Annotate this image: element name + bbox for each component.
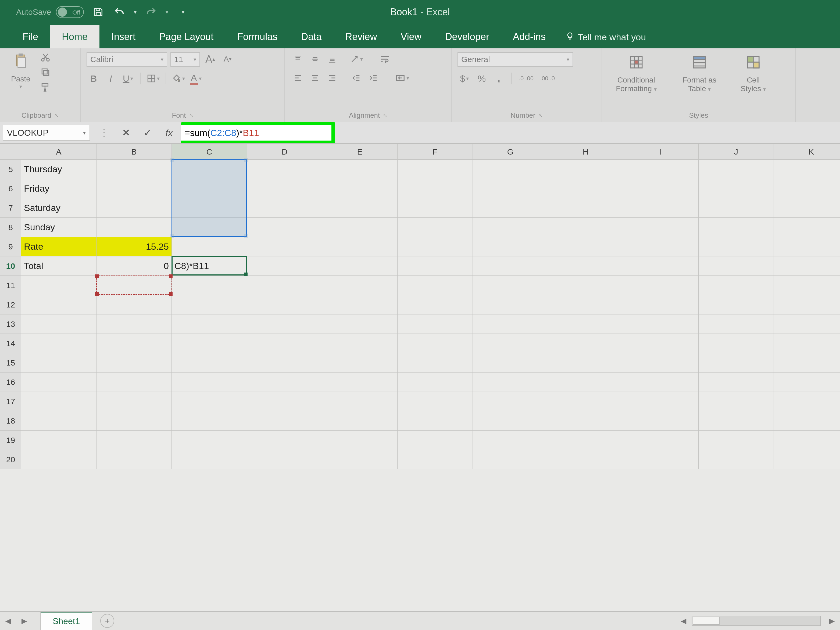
column-header[interactable]: C — [172, 144, 247, 159]
cell[interactable] — [623, 218, 699, 237]
cell[interactable] — [322, 198, 398, 218]
column-header[interactable]: D — [247, 144, 322, 159]
cell[interactable] — [473, 295, 548, 314]
cell[interactable] — [774, 314, 840, 334]
cell[interactable] — [623, 276, 699, 295]
cell[interactable] — [96, 218, 172, 237]
orientation-icon[interactable]: ▾ — [349, 52, 363, 66]
cell[interactable] — [398, 314, 473, 334]
cell-styles-button[interactable]: Cell Styles ▾ — [734, 54, 772, 93]
column-header[interactable]: G — [473, 144, 548, 159]
cell[interactable] — [322, 334, 398, 353]
cell[interactable] — [774, 159, 840, 179]
cell[interactable] — [548, 334, 623, 353]
wrap-text-icon[interactable] — [378, 52, 392, 66]
cell[interactable] — [699, 314, 774, 334]
cell[interactable] — [172, 218, 247, 237]
cell[interactable] — [398, 179, 473, 198]
align-bottom-icon[interactable] — [325, 52, 339, 66]
column-header[interactable]: B — [96, 144, 172, 159]
cell[interactable] — [774, 295, 840, 314]
row-header[interactable]: 13 — [0, 314, 21, 334]
cell[interactable] — [96, 314, 172, 334]
cell[interactable] — [398, 256, 473, 276]
cell[interactable] — [548, 237, 623, 256]
currency-button[interactable]: $▾ — [458, 71, 472, 85]
cell[interactable] — [699, 159, 774, 179]
cell[interactable] — [247, 218, 322, 237]
cell[interactable] — [774, 373, 840, 392]
cell[interactable] — [473, 411, 548, 431]
cell[interactable] — [473, 159, 548, 179]
border-button[interactable]: ▾ — [146, 71, 160, 85]
cell[interactable] — [398, 431, 473, 450]
cell[interactable] — [247, 431, 322, 450]
cell[interactable] — [398, 373, 473, 392]
column-header[interactable]: I — [623, 144, 699, 159]
decrease-decimal-button[interactable]: .00 .0 — [538, 71, 556, 85]
row-header[interactable]: 6 — [0, 179, 21, 198]
cell[interactable] — [473, 179, 548, 198]
qat-customize-icon[interactable]: ▾ — [182, 9, 185, 15]
cell[interactable] — [96, 450, 172, 469]
cell[interactable] — [322, 295, 398, 314]
cell[interactable] — [21, 373, 96, 392]
cell[interactable] — [473, 198, 548, 218]
italic-button[interactable]: I — [104, 71, 118, 85]
number-format-combo[interactable]: General▾ — [458, 52, 573, 67]
cell[interactable] — [699, 373, 774, 392]
align-middle-icon[interactable] — [308, 52, 322, 66]
cell[interactable] — [623, 450, 699, 469]
cell[interactable] — [774, 431, 840, 450]
tab-home[interactable]: Home — [50, 25, 99, 48]
name-box[interactable]: VLOOKUP▾ — [3, 125, 90, 141]
cell[interactable] — [548, 411, 623, 431]
cell[interactable] — [172, 373, 247, 392]
autosave-toggle[interactable]: AutoSave Off — [16, 6, 84, 18]
cell[interactable] — [322, 411, 398, 431]
cell[interactable] — [322, 392, 398, 411]
row-header[interactable]: 10 — [0, 256, 21, 276]
cell[interactable] — [774, 237, 840, 256]
cell[interactable] — [473, 218, 548, 237]
cell[interactable] — [398, 411, 473, 431]
cell[interactable] — [548, 159, 623, 179]
tab-file[interactable]: File — [11, 25, 50, 48]
insert-function-icon[interactable]: fx — [158, 122, 180, 143]
cell[interactable] — [398, 198, 473, 218]
cell[interactable] — [172, 179, 247, 198]
tab-addins[interactable]: Add-ins — [501, 25, 557, 48]
cell[interactable] — [172, 276, 247, 295]
cell[interactable] — [398, 237, 473, 256]
cell[interactable] — [623, 334, 699, 353]
cell[interactable] — [96, 334, 172, 353]
cell[interactable] — [21, 431, 96, 450]
cell[interactable] — [172, 411, 247, 431]
decrease-font-icon[interactable]: A▾ — [220, 52, 234, 66]
cell[interactable] — [96, 276, 172, 295]
row-header[interactable]: 7 — [0, 198, 21, 218]
cell[interactable] — [473, 373, 548, 392]
row-header[interactable]: 11 — [0, 276, 21, 295]
cell[interactable] — [96, 159, 172, 179]
cell[interactable] — [774, 179, 840, 198]
cell[interactable] — [699, 353, 774, 373]
sheet-tab-sheet1[interactable]: Sheet1 — [40, 612, 92, 630]
cell[interactable] — [548, 295, 623, 314]
cell[interactable] — [548, 276, 623, 295]
hscroll-right-icon[interactable]: ► — [824, 616, 840, 626]
align-top-icon[interactable] — [291, 52, 305, 66]
cell[interactable] — [623, 353, 699, 373]
cell[interactable] — [548, 218, 623, 237]
format-as-table-button[interactable]: Format as Table ▾ — [675, 54, 724, 93]
cell[interactable] — [623, 256, 699, 276]
cell[interactable] — [398, 218, 473, 237]
cell[interactable] — [172, 237, 247, 256]
cell[interactable] — [21, 276, 96, 295]
cell[interactable] — [322, 276, 398, 295]
cell[interactable] — [172, 314, 247, 334]
tab-data[interactable]: Data — [289, 25, 333, 48]
cell[interactable] — [774, 353, 840, 373]
cell[interactable] — [96, 295, 172, 314]
cell[interactable] — [623, 198, 699, 218]
